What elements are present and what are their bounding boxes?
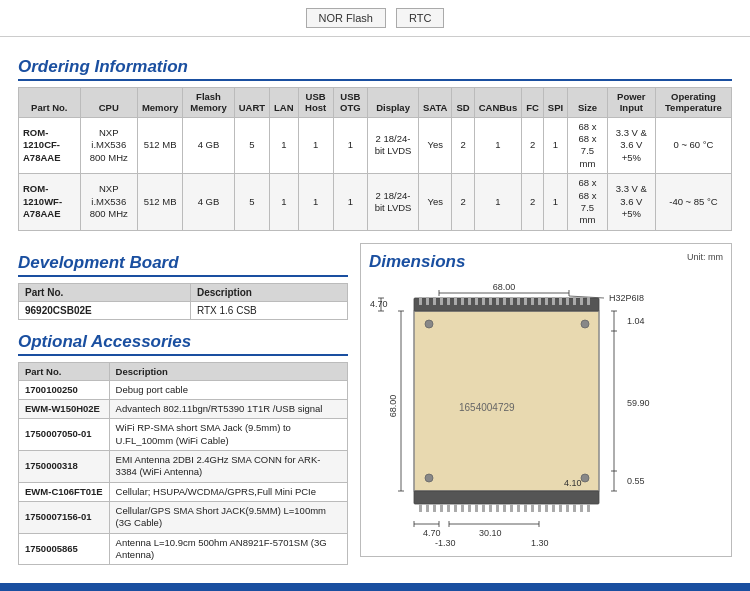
rtc-button[interactable]: RTC — [396, 8, 444, 28]
acc-table-row: 1750005865Antenna L=10.9cm 500hm AN8921F… — [19, 533, 348, 565]
svg-rect-34 — [419, 504, 422, 512]
svg-rect-10 — [433, 297, 436, 305]
col-sata: SATA — [419, 88, 452, 118]
svg-rect-33 — [414, 491, 599, 504]
svg-rect-15 — [468, 297, 471, 305]
svg-rect-40 — [461, 504, 464, 512]
svg-rect-49 — [524, 504, 527, 512]
svg-text:4.10: 4.10 — [564, 478, 582, 488]
col-memory: Memory — [137, 88, 182, 118]
dimensions-box: Dimensions Unit: mm 68.00 H32P6I8 — [360, 243, 732, 557]
svg-rect-24 — [531, 297, 534, 305]
svg-rect-39 — [454, 504, 457, 512]
svg-rect-26 — [545, 297, 548, 305]
svg-rect-46 — [503, 504, 506, 512]
bottom-section: Development Board Part No. Description 9… — [18, 243, 732, 574]
dimensions-title: Dimensions — [369, 252, 465, 271]
svg-text:59.90: 59.90 — [627, 398, 650, 408]
svg-rect-11 — [440, 297, 443, 305]
col-cpu: CPU — [80, 88, 137, 118]
acc-table-row: 1750007050-01WiFi RP-SMA short SMA Jack … — [19, 419, 348, 451]
svg-text:30.10: 30.10 — [479, 528, 502, 538]
svg-rect-6 — [414, 311, 599, 491]
svg-rect-44 — [489, 504, 492, 512]
svg-rect-41 — [468, 504, 471, 512]
svg-rect-54 — [559, 504, 562, 512]
svg-rect-56 — [573, 504, 576, 512]
acc-table-row: 1700100250Debug port cable — [19, 380, 348, 399]
svg-rect-57 — [580, 504, 583, 512]
svg-rect-36 — [433, 504, 436, 512]
svg-rect-14 — [461, 297, 464, 305]
svg-rect-17 — [482, 297, 485, 305]
accessories-title: Optional Accessories — [18, 332, 348, 356]
dev-table-row: 96920CSB02ERTX 1.6 CSB — [19, 301, 348, 319]
accessories-table: Part No. Description 1700100250Debug por… — [18, 362, 348, 566]
svg-rect-16 — [475, 297, 478, 305]
svg-point-59 — [425, 320, 433, 328]
svg-text:-1.30: -1.30 — [435, 538, 456, 546]
svg-rect-47 — [510, 504, 513, 512]
col-usbhost: USB Host — [298, 88, 333, 118]
svg-text:H32P6I8: H32P6I8 — [609, 293, 644, 303]
acc-table-row: 1750007156-01Cellular/GPS SMA Short JACK… — [19, 501, 348, 533]
svg-text:4.70: 4.70 — [370, 299, 388, 309]
col-flash: Flash Memory — [183, 88, 234, 118]
svg-text:1.04: 1.04 — [627, 316, 645, 326]
svg-rect-48 — [517, 504, 520, 512]
svg-rect-53 — [552, 504, 555, 512]
footer: Online Download www.advantech.com/produc… — [0, 583, 750, 591]
nor-flash-button[interactable]: NOR Flash — [306, 8, 386, 28]
svg-text:68.00: 68.00 — [493, 282, 516, 292]
svg-rect-32 — [587, 297, 590, 305]
left-column: Development Board Part No. Description 9… — [18, 243, 348, 574]
ordering-table: Part No. CPU Memory Flash Memory UART LA… — [18, 87, 732, 231]
dev-board-table: Part No. Description 96920CSB02ERTX 1.6 … — [18, 283, 348, 320]
svg-rect-50 — [531, 504, 534, 512]
svg-rect-19 — [496, 297, 499, 305]
svg-rect-45 — [496, 504, 499, 512]
svg-text:68.00: 68.00 — [388, 394, 398, 417]
svg-rect-52 — [545, 504, 548, 512]
col-size: Size — [568, 88, 608, 118]
acc-col-partno: Part No. — [19, 362, 110, 380]
dev-board-title: Development Board — [18, 253, 348, 277]
acc-table-row: EWM-W150H02EAdvantech 802.11bgn/RT5390 1… — [19, 399, 348, 418]
svg-rect-28 — [559, 297, 562, 305]
svg-text:1.30: 1.30 — [531, 538, 549, 546]
dimensions-svg: 68.00 H32P6I8 — [369, 276, 709, 546]
col-optemp: Operating Temperature — [655, 88, 731, 118]
order-table-row: ROM-1210WF-A78AAENXP i.MX536 800 MHz512 … — [19, 174, 732, 230]
svg-rect-30 — [573, 297, 576, 305]
svg-rect-58 — [587, 504, 590, 512]
svg-text:1654004729: 1654004729 — [459, 402, 515, 413]
acc-col-desc: Description — [109, 362, 347, 380]
ordering-info-title: Ordering Information — [18, 57, 732, 81]
col-partno: Part No. — [19, 88, 81, 118]
svg-rect-20 — [503, 297, 506, 305]
svg-text:4.70: 4.70 — [423, 528, 441, 538]
main-content: Ordering Information Part No. CPU Memory… — [0, 37, 750, 573]
col-usbotg: USB OTG — [333, 88, 367, 118]
svg-point-62 — [581, 474, 589, 482]
svg-rect-43 — [482, 504, 485, 512]
svg-rect-27 — [552, 297, 555, 305]
svg-rect-31 — [580, 297, 583, 305]
svg-rect-8 — [419, 297, 422, 305]
svg-rect-38 — [447, 504, 450, 512]
dev-col-partno: Part No. — [19, 283, 191, 301]
acc-table-row: 1750000318EMI Antenna 2DBI 2.4GHz SMA CO… — [19, 450, 348, 482]
col-sd: SD — [452, 88, 474, 118]
svg-rect-29 — [566, 297, 569, 305]
dimensions-unit: Unit: mm — [687, 252, 723, 262]
col-lan: LAN — [270, 88, 299, 118]
svg-rect-51 — [538, 504, 541, 512]
dev-col-desc: Description — [190, 283, 347, 301]
acc-table-row: EWM-C106FT01ECellular; HSUPA/WCDMA/GPRS,… — [19, 482, 348, 501]
svg-rect-21 — [510, 297, 513, 305]
svg-rect-22 — [517, 297, 520, 305]
col-power: Power Input — [607, 88, 655, 118]
svg-rect-13 — [454, 297, 457, 305]
top-strip: NOR Flash RTC — [0, 0, 750, 37]
svg-rect-25 — [538, 297, 541, 305]
